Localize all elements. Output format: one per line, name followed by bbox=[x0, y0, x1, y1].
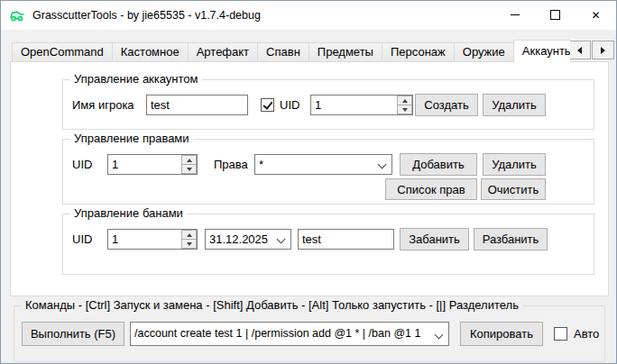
command-value: /account create test 1 | /permission add… bbox=[134, 323, 430, 345]
tab-akkaunty[interactable]: Аккаунты bbox=[513, 40, 570, 62]
spinner-up-button[interactable] bbox=[181, 155, 197, 165]
dropdown-icon bbox=[378, 160, 387, 169]
spinner-up-button[interactable] bbox=[181, 230, 197, 240]
permission-uid-label: UID bbox=[72, 154, 92, 175]
ban-reason-input[interactable] bbox=[298, 229, 394, 250]
check-icon bbox=[262, 99, 272, 110]
maximize-button[interactable] bbox=[535, 1, 576, 29]
tab-personazh[interactable]: Персонаж bbox=[382, 42, 455, 62]
add-permission-button[interactable]: Добавить bbox=[400, 153, 477, 176]
window-title: GrasscutterTools - by jie65535 - v1.7.4-… bbox=[32, 9, 261, 22]
app-window: GrasscutterTools - by jie65535 - v1.7.4-… bbox=[0, 0, 617, 364]
tab-page-accounts: Управление аккаунтом Имя игрока UID Созд… bbox=[10, 61, 609, 296]
ban-date-picker[interactable]: 31.12.2025 bbox=[205, 229, 291, 250]
ban-uid-label: UID bbox=[72, 229, 92, 250]
uid-checkbox[interactable] bbox=[261, 98, 274, 112]
uid-checkbox-label: UID bbox=[280, 95, 299, 115]
spinner-down-button[interactable] bbox=[397, 105, 412, 114]
tab-opencommand[interactable]: OpenCommand bbox=[12, 42, 113, 62]
title-bar: GrasscutterTools - by jie65535 - v1.7.4-… bbox=[1, 1, 616, 30]
minimize-button[interactable] bbox=[494, 1, 535, 29]
command-combobox[interactable]: /account create test 1 | /permission add… bbox=[130, 322, 449, 346]
app-icon bbox=[9, 8, 25, 23]
close-icon: ✕ bbox=[591, 10, 600, 21]
ban-button[interactable]: Забанить bbox=[400, 228, 469, 250]
tab-artefakt[interactable]: Артефакт bbox=[188, 42, 258, 62]
group-permissions: Управление правами UID Права * Добавить … bbox=[62, 139, 594, 205]
triangle-up-icon bbox=[187, 233, 192, 237]
permission-value: * bbox=[259, 155, 373, 174]
tab-scroll-left-button[interactable] bbox=[568, 41, 591, 59]
group-permissions-title: Управление правами bbox=[70, 132, 193, 145]
player-name-label: Имя игрока bbox=[72, 95, 134, 115]
player-name-input[interactable] bbox=[146, 95, 248, 115]
create-account-button[interactable]: Создать bbox=[415, 94, 478, 116]
clear-permissions-button[interactable]: Очистить bbox=[481, 178, 546, 200]
auto-checkbox-label: Авто bbox=[574, 323, 599, 344]
ban-date-value: 31.12.2025 bbox=[209, 230, 272, 249]
group-account-title: Управление аккаунтом bbox=[70, 72, 202, 86]
window-controls: ✕ bbox=[494, 1, 616, 29]
tab-kastomnoe[interactable]: Кастомное bbox=[112, 42, 189, 62]
spinner-down-button[interactable] bbox=[181, 240, 197, 249]
group-bans: Управление банами UID 31.12.2025 Забанит… bbox=[62, 214, 594, 275]
spinner-down-button[interactable] bbox=[181, 165, 197, 174]
delete-account-button[interactable]: Удалить bbox=[483, 94, 546, 116]
copy-button[interactable]: Копировать bbox=[460, 322, 543, 346]
dropdown-icon bbox=[435, 331, 444, 340]
auto-checkbox[interactable] bbox=[554, 327, 567, 341]
triangle-down-icon bbox=[402, 108, 408, 112]
close-button[interactable]: ✕ bbox=[576, 1, 616, 29]
permission-label: Права bbox=[214, 154, 248, 175]
tab-spavn[interactable]: Спавн bbox=[257, 42, 309, 62]
remove-permission-button[interactable]: Удалить bbox=[483, 153, 546, 176]
triangle-up-icon bbox=[402, 99, 408, 103]
permission-uid-spinner bbox=[107, 154, 198, 175]
left-arrow-icon bbox=[577, 47, 582, 54]
tab-scroll-right-button[interactable] bbox=[592, 41, 614, 59]
group-bans-title: Управление банами bbox=[70, 206, 187, 220]
ban-uid-spinner bbox=[107, 229, 198, 250]
account-uid-spinner bbox=[310, 95, 413, 115]
group-commands: Команды - [Ctrl] Запуск и замена - [Shif… bbox=[14, 305, 605, 362]
right-arrow-icon bbox=[601, 47, 605, 54]
spinner-up-button[interactable] bbox=[397, 96, 412, 105]
list-permissions-button[interactable]: Список прав bbox=[385, 178, 477, 200]
unban-button[interactable]: Разбанить bbox=[474, 228, 548, 250]
triangle-down-icon bbox=[187, 168, 192, 171]
maximize-icon bbox=[550, 10, 560, 20]
triangle-down-icon bbox=[187, 242, 192, 246]
tab-predmety[interactable]: Предметы bbox=[308, 42, 382, 62]
run-button[interactable]: Выполнить (F5) bbox=[22, 322, 124, 346]
triangle-up-icon bbox=[187, 159, 192, 162]
dropdown-icon bbox=[277, 235, 286, 244]
minimize-icon bbox=[511, 14, 520, 15]
tab-oruzhie[interactable]: Оружие bbox=[454, 42, 514, 62]
permission-combobox[interactable]: * bbox=[254, 154, 392, 175]
tab-strip: OpenCommand Кастомное Артефакт Спавн Пре… bbox=[12, 40, 570, 62]
group-account: Управление аккаунтом Имя игрока UID Созд… bbox=[62, 79, 594, 130]
group-commands-title: Команды - [Ctrl] Запуск и замена - [Shif… bbox=[22, 298, 522, 312]
